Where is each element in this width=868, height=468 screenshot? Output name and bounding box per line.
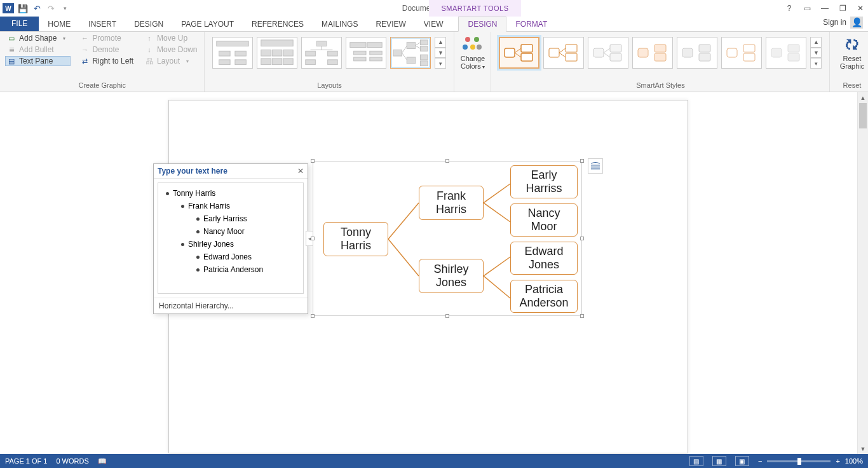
promote-button[interactable]: ←Promote xyxy=(78,33,135,43)
zoom-slider[interactable] xyxy=(767,460,831,462)
ribbon-display-options-icon[interactable]: ▭ xyxy=(802,4,812,13)
layout-button[interactable]: 品Layout▾ xyxy=(143,56,199,66)
scroll-up-icon[interactable]: ▲ xyxy=(435,37,446,48)
move-down-button[interactable]: ↓Move Down xyxy=(143,45,199,55)
smartart-node[interactable]: NancyMoor xyxy=(510,203,578,237)
list-item-label: Edward Jones xyxy=(203,252,252,261)
smartart-canvas[interactable]: ◂ TonnyHarris FrankHarris ShirleyJones E… xyxy=(313,161,582,316)
svg-rect-2 xyxy=(235,51,246,56)
style-thumb-2[interactable] xyxy=(543,37,584,69)
scroll-down-icon[interactable]: ▼ xyxy=(435,48,446,59)
svg-rect-58 xyxy=(743,45,755,52)
svg-rect-46 xyxy=(593,48,604,57)
view-print-layout-icon[interactable]: ▦ xyxy=(712,456,726,466)
demote-button[interactable]: →Demote xyxy=(78,45,135,55)
tab-insert[interactable]: INSERT xyxy=(79,17,125,31)
redo-icon[interactable]: ↷ xyxy=(46,3,56,13)
add-shape-button[interactable]: ▭Add Shape▾ xyxy=(5,33,71,43)
smartart-node[interactable]: PatriciaAnderson xyxy=(510,280,578,313)
style-thumb-6[interactable] xyxy=(721,37,762,69)
style-thumb-7[interactable] xyxy=(766,37,806,69)
layout-thumb-2[interactable] xyxy=(257,37,297,69)
gallery-expand-icon[interactable]: ▾ xyxy=(435,58,446,69)
list-item[interactable]: Tonny Harris xyxy=(163,187,298,200)
smartart-node[interactable]: EarlyHarriss xyxy=(510,165,578,198)
layout-thumb-1[interactable] xyxy=(212,37,253,69)
layout-options-button[interactable] xyxy=(588,158,603,174)
list-item[interactable]: Edward Jones xyxy=(163,251,298,263)
tab-smartart-design[interactable]: DESIGN xyxy=(458,17,506,32)
smartart-node[interactable]: EdwardJones xyxy=(510,242,578,275)
svg-rect-50 xyxy=(610,53,621,61)
text-pane-list[interactable]: Tonny HarrisFrank HarrisEarly HarrissNan… xyxy=(158,182,304,294)
svg-rect-10 xyxy=(273,59,283,65)
list-item[interactable]: Shirley Jones xyxy=(163,238,298,251)
move-up-button[interactable]: ↑Move Up xyxy=(143,33,199,43)
close-icon[interactable]: ✕ xyxy=(297,167,304,176)
change-colors-button[interactable]: ChangeColors ▾ xyxy=(454,32,491,92)
text-pane-button[interactable]: ▤Text Pane xyxy=(5,56,71,66)
smartart-node[interactable]: ShirleyJones xyxy=(419,259,484,293)
tab-design[interactable]: DESIGN xyxy=(125,17,172,31)
smartart-node-root[interactable]: TonnyHarris xyxy=(323,222,388,256)
tab-mailings[interactable]: MAILINGS xyxy=(313,17,367,31)
styles-scroll[interactable]: ▲▼▾ xyxy=(810,37,822,69)
zoom-in-icon[interactable]: + xyxy=(836,457,839,465)
arrow-left-icon: ← xyxy=(80,34,89,43)
right-to-left-button[interactable]: ⇄Right to Left xyxy=(78,56,135,66)
scrollbar-thumb[interactable] xyxy=(859,103,867,128)
tab-smartart-format[interactable]: FORMAT xyxy=(506,17,556,31)
status-page[interactable]: PAGE 1 OF 1 xyxy=(5,457,47,465)
layout-thumb-3[interactable] xyxy=(301,37,342,69)
change-colors-icon xyxy=(463,36,483,53)
qat-dropdown-icon[interactable]: ▾ xyxy=(60,3,70,13)
scroll-up-icon[interactable]: ▲ xyxy=(858,92,868,103)
save-icon[interactable]: 💾 xyxy=(18,3,28,13)
undo-icon[interactable]: ↶ xyxy=(32,3,42,13)
list-item[interactable]: Frank Harris xyxy=(163,200,298,212)
style-thumb-5[interactable] xyxy=(677,37,717,69)
list-item-label: Early Harriss xyxy=(203,214,247,223)
status-words[interactable]: 0 WORDS xyxy=(56,457,88,465)
style-thumb-3[interactable] xyxy=(588,37,628,69)
svg-rect-63 xyxy=(591,165,600,165)
add-bullet-button[interactable]: ≣Add Bullet xyxy=(5,45,71,55)
text-pane-footer[interactable]: Horizontal Hierarchy... xyxy=(154,298,308,313)
proofing-icon[interactable]: 📖 xyxy=(98,457,107,465)
minimize-icon[interactable]: — xyxy=(820,4,830,13)
svg-rect-4 xyxy=(235,60,246,65)
tab-file[interactable]: FILE xyxy=(0,16,39,31)
layout-thumb-4[interactable] xyxy=(346,37,386,69)
help-icon[interactable]: ? xyxy=(784,4,794,13)
list-item[interactable]: Early Harriss xyxy=(163,212,298,225)
zoom-value[interactable]: 100% xyxy=(845,457,863,465)
tab-page-layout[interactable]: PAGE LAYOUT xyxy=(172,17,243,31)
smartart-node[interactable]: FrankHarris xyxy=(419,186,484,220)
svg-rect-54 xyxy=(682,48,693,57)
close-icon[interactable]: ✕ xyxy=(855,4,865,13)
list-item[interactable]: Patricia Anderson xyxy=(163,263,298,276)
list-item[interactable]: Nancy Moor xyxy=(163,225,298,238)
tab-references[interactable]: REFERENCES xyxy=(243,17,313,31)
style-thumb-1[interactable] xyxy=(499,37,539,69)
scroll-down-icon[interactable]: ▼ xyxy=(810,48,822,59)
scroll-up-icon[interactable]: ▲ xyxy=(810,37,822,48)
reset-graphic-button[interactable]: 🗘 ResetGraphic xyxy=(840,33,865,70)
style-thumb-4[interactable] xyxy=(632,37,673,69)
layout-thumb-5[interactable] xyxy=(390,37,431,69)
svg-line-26 xyxy=(402,46,407,53)
tab-view[interactable]: VIEW xyxy=(415,17,452,31)
gallery-expand-icon[interactable]: ▾ xyxy=(810,58,822,69)
vertical-scrollbar[interactable]: ▲ ▼ xyxy=(857,92,868,454)
zoom-control[interactable]: − + 100% xyxy=(758,457,863,465)
layouts-scroll[interactable]: ▲▼▾ xyxy=(435,37,446,69)
tab-review[interactable]: REVIEW xyxy=(367,17,414,31)
view-read-mode-icon[interactable]: ▤ xyxy=(689,456,703,466)
text-pane[interactable]: Type your text here ✕ Tonny HarrisFrank … xyxy=(153,163,308,314)
svg-line-71 xyxy=(484,276,510,298)
restore-icon[interactable]: ❐ xyxy=(837,4,848,13)
scroll-down-icon[interactable]: ▼ xyxy=(858,443,868,454)
view-web-layout-icon[interactable]: ▣ xyxy=(735,456,749,466)
tab-home[interactable]: HOME xyxy=(39,17,79,31)
zoom-out-icon[interactable]: − xyxy=(758,457,762,465)
